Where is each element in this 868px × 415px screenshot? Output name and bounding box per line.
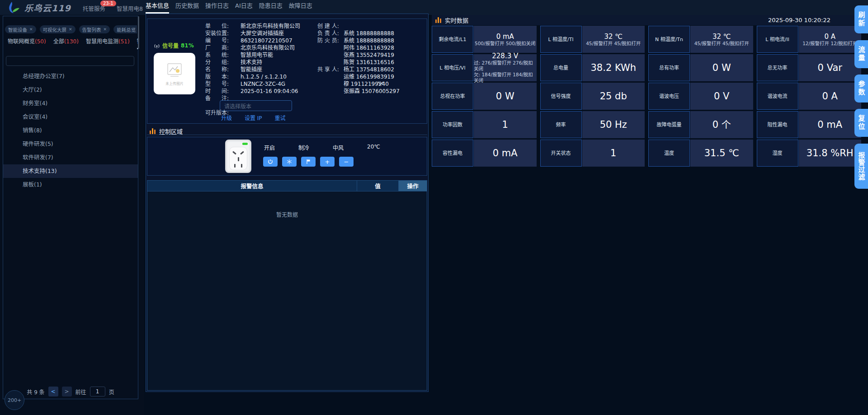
metric-threshold: 45/报警打开 45/脱扣打开 [586,41,641,47]
metric-value-box: 0 mA 500/报警打开 500/脱扣关闭 [474,26,537,53]
filter-chip[interactable]: 智能设备 ✕ [5,25,36,33]
device-field-row: 单 位: 新北京乐鸟科技有限公司 [205,23,300,30]
bars-icon [150,128,156,134]
filter-chip[interactable]: 告警列表 ✕ [79,25,110,33]
search-input[interactable] [6,56,134,66]
filter-chip[interactable]: 能耗总览 ✕ [113,25,137,33]
group-item[interactable]: 软件研发(7) [3,151,138,164]
group-item[interactable]: 展板(1) [3,178,138,191]
sidebar-tab[interactable]: 智慧用电监测(51) [86,37,130,49]
next-page-button[interactable]: > [62,387,72,396]
detail-tab[interactable]: 操作日志 [205,0,229,14]
edge-action-button[interactable]: 报警过滤 [854,144,868,189]
metric-value-box: 1 [582,140,645,167]
realtime-metric: 功率因数 1 [432,111,537,138]
metric-value-box: 0 A [799,83,862,110]
temp-minus-button[interactable]: − [339,157,354,167]
sidebar-scrollbar[interactable] [138,16,139,49]
metric-value: 32 ℃ [712,33,731,41]
page-number-input[interactable] [90,387,105,396]
realtime-metric: 故障电弧量 0 个 [648,111,753,138]
group-item[interactable]: 技术支持(13) [3,164,138,178]
metric-threshold: 欠: 184/报警打开 184/脱扣关闭 [474,72,537,84]
contact-row: 负 责 人: 系统 18888888888 [317,30,400,37]
field-value: h.1.2.5 / s.1.2.10 [241,73,287,80]
field-label: 名 称: [205,66,241,73]
field-label: 编 号: [205,37,241,44]
chip-close-icon[interactable]: ✕ [69,27,72,32]
sidebar-tab[interactable]: 物联网概览(50) [8,37,46,49]
metric-value-box: 0 W [690,54,753,81]
metric-value: 0 A [822,91,838,102]
nav-badge: 23-1 [100,0,116,6]
contact-label: 防 火 员: [317,37,344,44]
field-value: 新北京乐鸟科技有限公司 [241,23,300,30]
device-photo-placeholder[interactable]: 未上传图片 [154,53,195,94]
power-button[interactable] [263,157,278,167]
device-field-row: 系 统: 智慧用电节能 [205,51,300,59]
contact-value: 陈贺 13161316516 [344,59,394,66]
action-link[interactable]: 升级 [221,114,232,121]
detail-tab[interactable]: AI日志 [235,0,253,14]
group-item[interactable]: 销售(8) [3,124,138,137]
group-item[interactable]: 会议室(4) [3,110,138,124]
device-count-bubble[interactable]: 200+ [5,390,24,410]
nav-item-smart-power[interactable]: 智慧用电8 [117,4,145,13]
chip-close-icon[interactable]: ✕ [29,27,33,32]
filter-chip[interactable]: 可视化大屏 ✕ [40,25,75,33]
metric-value: 38.2 KWh [590,62,636,73]
metric-value: 25 db [600,91,627,102]
signal-icon [154,42,160,49]
group-item[interactable]: 硬件研发(5) [3,137,138,151]
metric-value-box: 0 W [474,83,537,110]
edge-action-button[interactable]: 刷新 [854,5,868,33]
realtime-title: 实时数据 [445,16,468,24]
group-item[interactable]: 财务室(4) [3,97,138,110]
metric-value-box: 31.8 %RH [799,140,862,167]
sidebar-tabs: 物联网概览(50) 全部(130) 智慧用电监测(51) 智慧用电 [8,37,138,49]
detail-tab[interactable]: 历史数据 [175,0,199,14]
group-item[interactable]: 总经理办公室(7) [3,70,138,83]
temp-plus-button[interactable]: + [320,157,335,167]
edge-action-button[interactable]: 参数 [854,75,868,103]
detail-tab[interactable]: 隐患日志 [259,0,283,14]
device-field-row: 安装位置: 大屏空调对插插座 [205,30,300,37]
photo-doodle-icon [165,62,184,79]
pagination-unit-label: 页 [109,388,114,396]
metric-value: 0 mA [817,119,842,130]
group-item[interactable]: 大厅(2) [3,83,138,97]
version-select[interactable]: 请选择版本 [220,100,292,111]
chevron-down-icon[interactable] [376,79,385,88]
metric-label: L 相温度/Tl [540,26,582,53]
prev-page-button[interactable]: < [48,387,58,396]
realtime-metric: N 相温度/Tn 32 ℃ 45/报警打开 45/脱扣打开 [648,26,753,53]
contact-label [317,51,344,59]
metric-threshold: 45/报警打开 45/脱扣打开 [694,41,749,47]
action-link[interactable]: 设置 IP [245,114,262,121]
contact-label: 共 享 人: [317,66,344,73]
photo-placeholder-text: 未上传图片 [165,81,184,86]
contact-value: 系统 18888888888 [344,30,394,37]
detail-tab[interactable]: 基本信息 [146,0,169,14]
action-link[interactable]: 重试 [275,114,286,121]
realtime-metric: 频率 50 Hz [540,111,645,138]
chip-label: 告警列表 [82,26,101,33]
detail-tab[interactable]: 故障日志 [289,0,312,14]
fan-speed-button[interactable] [301,157,316,167]
metric-label: 温度 [648,140,690,167]
contact-row: 运维 16619983919 [317,73,400,80]
cooling-mode-button[interactable] [282,157,297,167]
metric-label: 故障电弧量 [648,111,690,138]
contact-label [317,73,344,80]
chip-close-icon[interactable]: ✕ [104,27,107,32]
metric-value-box: 0 个 [690,111,753,138]
metric-value-box: 228.3 V 过: 276/报警打开 276/脱扣关闭 欠: 184/报警打开… [474,54,537,81]
sidebar-tab[interactable]: 全部(130) [53,37,79,49]
metric-label: 容性漏电 [432,140,473,167]
control-area: 开启制冷中风20℃ + − [147,137,427,176]
edge-action-button[interactable]: 复位 [854,109,868,137]
edge-action-button[interactable]: 流量 [854,40,868,68]
power-icon [268,159,273,164]
metric-value: 228.3 V [492,52,518,60]
metric-value: 50 Hz [600,119,627,130]
